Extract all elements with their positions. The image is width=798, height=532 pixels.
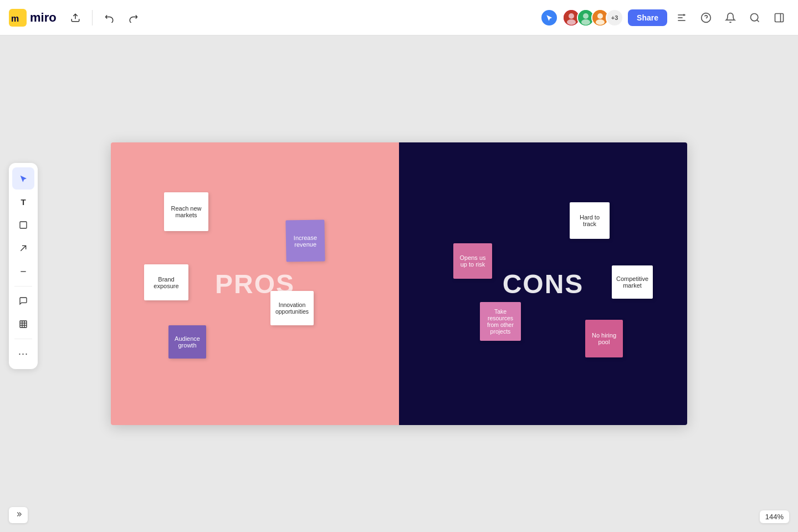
- canvas[interactable]: PROS Reach new markets Increase revenue …: [0, 35, 798, 532]
- avatar-plus[interactable]: +3: [606, 9, 623, 27]
- select-tool[interactable]: [12, 167, 34, 190]
- note-tool[interactable]: [12, 214, 34, 236]
- panel-toggle-button[interactable]: [9, 507, 28, 523]
- redo-button[interactable]: [124, 8, 144, 28]
- cons-label: CONS: [503, 269, 584, 299]
- share-button[interactable]: Share: [628, 9, 667, 26]
- svg-line-17: [757, 19, 759, 22]
- sticky-audience-growth[interactable]: Audience growth: [168, 325, 206, 359]
- svg-point-9: [597, 13, 603, 19]
- pros-section[interactable]: PROS Reach new markets Increase revenue …: [111, 142, 399, 425]
- sticky-take-resources[interactable]: Take resources from other projects: [480, 302, 521, 341]
- tool-divider-2: [14, 339, 32, 339]
- line-tool[interactable]: [12, 260, 34, 283]
- board: PROS Reach new markets Increase revenue …: [111, 142, 687, 425]
- topbar-right: +3 Share: [540, 8, 789, 28]
- svg-point-14: [683, 14, 685, 16]
- comment-tool[interactable]: [12, 290, 34, 312]
- search-button[interactable]: [745, 8, 765, 28]
- panel-button[interactable]: [769, 8, 789, 28]
- svg-point-7: [581, 19, 590, 25]
- help-button[interactable]: [696, 8, 716, 28]
- svg-rect-20: [20, 222, 27, 228]
- left-toolbar: T ···: [9, 163, 38, 369]
- sticky-reach-new-markets[interactable]: Reach new markets: [164, 192, 208, 231]
- svg-point-3: [569, 13, 574, 19]
- settings-icon-button[interactable]: [672, 8, 692, 28]
- avatar-group: +3: [562, 9, 623, 27]
- svg-point-16: [751, 13, 758, 21]
- frame-tool[interactable]: [12, 313, 34, 335]
- svg-rect-23: [20, 321, 27, 328]
- divider-1: [92, 10, 93, 25]
- zoom-indicator: 144%: [760, 510, 789, 523]
- svg-point-10: [596, 19, 605, 25]
- more-tools[interactable]: ···: [12, 342, 34, 365]
- sticky-no-hiring-pool[interactable]: No hiring pool: [585, 320, 623, 357]
- topbar: m miro: [0, 0, 798, 35]
- sticky-innovation-opportunities[interactable]: Innovation opportunities: [270, 291, 314, 325]
- undo-button[interactable]: [99, 8, 119, 28]
- cursor-user-avatar: [540, 9, 558, 27]
- upload-button[interactable]: [65, 8, 85, 28]
- sticky-opens-us-up-to-risk[interactable]: Opens us up to risk: [453, 243, 492, 279]
- sticky-hard-to-track[interactable]: Hard to track: [570, 202, 610, 239]
- svg-text:m: m: [11, 14, 19, 23]
- svg-point-6: [583, 13, 589, 19]
- svg-point-4: [567, 19, 576, 25]
- arrow-tool[interactable]: [12, 237, 34, 259]
- sticky-increase-revenue[interactable]: Increase revenue: [285, 219, 325, 262]
- notifications-button[interactable]: [720, 8, 740, 28]
- text-tool[interactable]: T: [12, 191, 34, 213]
- tool-divider: [14, 286, 32, 287]
- cons-section[interactable]: CONS Hard to track Opens us up to risk C…: [399, 142, 687, 425]
- app-logo[interactable]: m miro: [9, 9, 57, 27]
- sticky-brand-exposure[interactable]: Brand exposure: [144, 264, 188, 300]
- svg-rect-18: [775, 13, 784, 22]
- sticky-competitive-market[interactable]: Competitive market: [612, 265, 653, 299]
- svg-line-21: [21, 245, 25, 250]
